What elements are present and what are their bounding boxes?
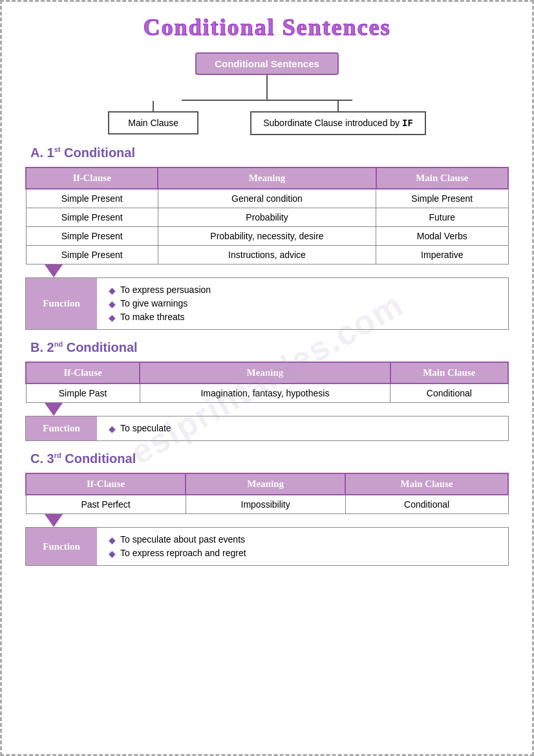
page: eslprintables.com Conditional Sentences … <box>0 0 534 756</box>
section-c: C. 3rd Conditional If-Clause Meaning Mai… <box>25 451 509 566</box>
col-header-main-clause-c: Main Clause <box>345 473 508 495</box>
main-title: Conditional Sentences <box>25 14 509 41</box>
diamond-icon: ◆ <box>109 548 116 559</box>
section-c-table: If-Clause Meaning Main Clause Past Perfe… <box>25 473 509 514</box>
table-row: Simple Present Probability Future <box>26 208 508 227</box>
diamond-icon: ◆ <box>109 535 116 545</box>
table-row: Simple Present General condition Simple … <box>26 189 508 208</box>
function-item: ◆ To give warnings <box>109 298 497 309</box>
col-header-if-clause-c: If-Clause <box>26 473 186 495</box>
function-content-a: ◆ To express persuasion ◆ To give warnin… <box>97 278 508 329</box>
flow-line-v <box>266 75 268 87</box>
diamond-icon: ◆ <box>109 299 116 309</box>
section-a: A. 1st Conditional If-Clause Meaning Mai… <box>25 146 509 330</box>
function-item: ◆ To express reproach and regret <box>109 548 497 559</box>
col-header-meaning-b: Meaning <box>140 362 390 383</box>
function-label-b: Function <box>26 416 97 440</box>
section-b: B. 2nd Conditional If-Clause Meaning Mai… <box>25 340 509 441</box>
section-b-function: Function ◆ To speculate <box>25 416 509 441</box>
function-item: ◆ To make threats <box>109 312 497 323</box>
col-header-main-clause-a: Main Clause <box>376 167 508 189</box>
col-header-meaning-c: Meaning <box>186 473 345 495</box>
col-header-if-clause-b: If-Clause <box>26 362 140 383</box>
col-header-main-clause-b: Main Clause <box>390 362 508 383</box>
diamond-icon: ◆ <box>109 285 116 296</box>
function-item: ◆ To speculate about past events <box>109 534 497 545</box>
function-label-c: Function <box>26 528 97 565</box>
function-content-c: ◆ To speculate about past events ◆ To ex… <box>97 528 508 565</box>
table-row: Simple Present Instructions, advice Impe… <box>26 246 508 265</box>
function-content-b: ◆ To speculate <box>97 416 508 440</box>
flowchart: Conditional Sentences Main Clause <box>25 52 509 135</box>
flow-branch-subordinate-clause: Subordinate Clause introduced by IF <box>250 111 426 135</box>
arrow-c <box>45 514 63 527</box>
section-a-table: If-Clause Meaning Main Clause Simple Pre… <box>25 167 509 265</box>
col-header-if-clause-a: If-Clause <box>26 167 158 189</box>
flow-branch-main-clause: Main Clause <box>108 111 198 135</box>
section-b-table: If-Clause Meaning Main Clause Simple Pas… <box>25 362 509 403</box>
function-label-a: Function <box>26 278 97 329</box>
table-row: Simple Past Imagination, fantasy, hypoth… <box>26 383 508 403</box>
diamond-icon: ◆ <box>109 424 116 434</box>
diamond-icon: ◆ <box>109 312 116 323</box>
arrow-a <box>45 265 63 277</box>
table-row: Past Perfect Impossibility Conditional <box>26 495 508 514</box>
arrow-b <box>45 403 63 416</box>
table-row: Simple Present Probability, necessity, d… <box>26 227 508 246</box>
function-item: ◆ To express persuasion <box>109 285 497 296</box>
section-c-function: Function ◆ To speculate about past event… <box>25 527 509 566</box>
section-a-function: Function ◆ To express persuasion ◆ To gi… <box>25 277 509 330</box>
section-a-header: A. 1st Conditional <box>30 146 509 160</box>
function-item: ◆ To speculate <box>109 423 497 434</box>
flowchart-top-box: Conditional Sentences <box>195 52 339 75</box>
col-header-meaning-a: Meaning <box>158 167 376 189</box>
section-b-header: B. 2nd Conditional <box>30 340 509 355</box>
section-c-header: C. 3rd Conditional <box>30 451 509 466</box>
